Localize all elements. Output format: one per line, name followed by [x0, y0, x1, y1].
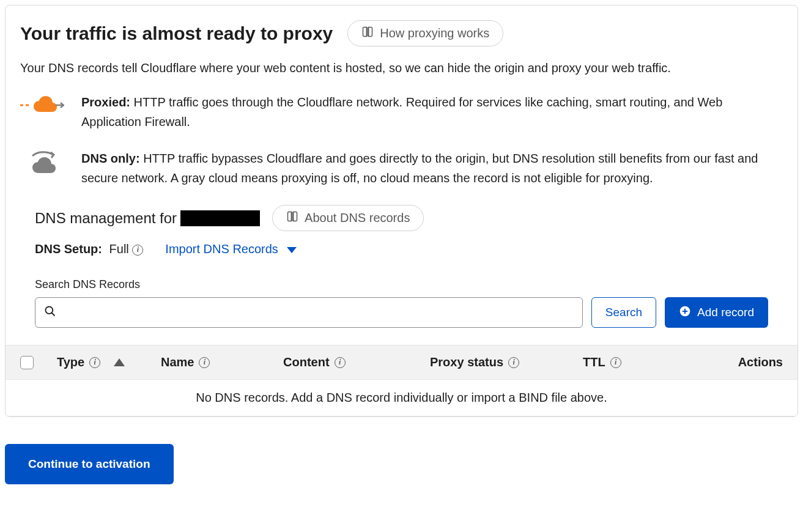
plus-circle-icon — [679, 305, 691, 320]
search-input[interactable] — [62, 298, 574, 327]
search-input-wrap[interactable] — [35, 297, 583, 328]
book-icon — [286, 210, 298, 226]
continue-to-activation-button[interactable]: Continue to activation — [5, 444, 174, 484]
info-icon[interactable]: i — [89, 357, 100, 368]
info-icon[interactable]: i — [508, 357, 519, 368]
select-all-checkbox[interactable] — [20, 356, 34, 369]
empty-state-text: No DNS records. Add a DNS record individ… — [6, 380, 797, 416]
dns-management-title: DNS management for — [35, 210, 260, 227]
th-proxy[interactable]: Proxy status — [430, 355, 503, 369]
info-icon[interactable]: i — [199, 357, 210, 368]
dns-only-label: DNS only: — [81, 152, 140, 165]
search-icon — [44, 305, 56, 320]
th-type[interactable]: Type — [57, 355, 84, 369]
search-button[interactable]: Search — [591, 297, 656, 328]
th-content[interactable]: Content — [283, 355, 330, 369]
about-dns-records-button[interactable]: About DNS records — [272, 205, 424, 231]
redacted-domain — [180, 210, 260, 226]
th-actions: Actions — [738, 355, 783, 369]
th-ttl[interactable]: TTL — [583, 355, 605, 369]
proxied-definition: Proxied: HTTP traffic goes through the C… — [20, 92, 783, 131]
info-icon[interactable]: i — [335, 357, 346, 368]
dns-only-text: HTTP traffic bypasses Cloudflare and goe… — [81, 152, 758, 185]
dns-only-cloud-icon — [20, 149, 64, 175]
proxied-text: HTTP traffic goes through the Cloudflare… — [81, 95, 722, 128]
th-name[interactable]: Name — [161, 355, 194, 369]
info-icon[interactable]: i — [610, 357, 621, 368]
dns-table-header: Type i Name i Content i Proxy status i T… — [6, 345, 797, 380]
svg-point-4 — [46, 307, 53, 314]
page-title: Your traffic is almost ready to proxy — [20, 23, 333, 44]
lead-text: Your DNS records tell Cloudflare where y… — [20, 61, 783, 75]
info-icon[interactable]: i — [132, 245, 143, 256]
proxied-label: Proxied: — [81, 95, 130, 109]
svg-line-5 — [52, 313, 55, 316]
book-icon — [361, 26, 374, 41]
import-dns-records-link[interactable]: Import DNS Records — [165, 242, 297, 256]
proxied-cloud-icon — [20, 92, 64, 117]
search-label: Search DNS Records — [35, 278, 768, 291]
how-proxying-works-button[interactable]: How proxying works — [347, 20, 503, 46]
dns-only-definition: DNS only: HTTP traffic bypasses Cloudfla… — [20, 149, 783, 188]
add-record-button[interactable]: Add record — [665, 297, 768, 328]
sort-asc-icon[interactable] — [114, 358, 125, 366]
caret-down-icon — [287, 242, 297, 256]
dns-setup-status: DNS Setup: Full i — [35, 242, 143, 256]
dns-setup-card: Your traffic is almost ready to proxy Ho… — [5, 5, 798, 417]
